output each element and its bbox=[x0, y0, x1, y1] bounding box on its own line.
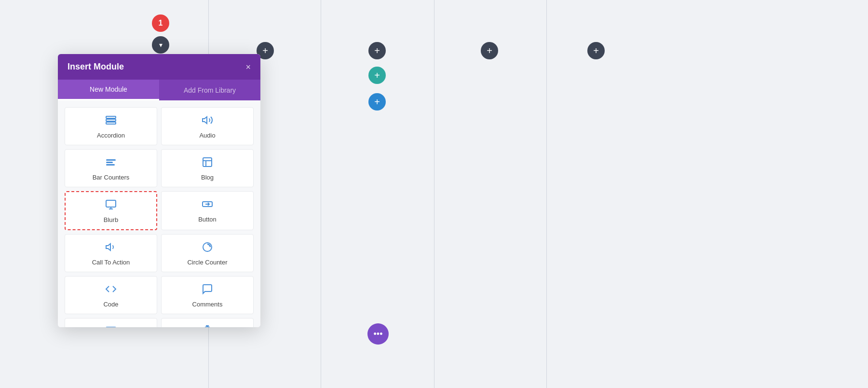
accordion-label: Accordion bbox=[97, 132, 125, 139]
svg-marker-15 bbox=[106, 244, 110, 250]
modal-header: Insert Module × bbox=[58, 54, 260, 80]
module-item-blurb[interactable]: Blurb bbox=[65, 191, 157, 230]
add-section-button-blue[interactable]: + bbox=[368, 93, 386, 111]
modal-title: Insert Module bbox=[68, 62, 124, 72]
module-item-button[interactable]: Button bbox=[161, 191, 254, 230]
module-list-container: Accordion Audio bbox=[58, 100, 260, 327]
bar-counters-icon bbox=[105, 156, 117, 170]
more-options-button[interactable]: ••• bbox=[367, 323, 389, 345]
blurb-icon bbox=[105, 199, 117, 212]
module-item-accordion[interactable]: Accordion bbox=[65, 107, 157, 145]
tab-new-module[interactable]: New Module bbox=[58, 80, 159, 100]
call-to-action-label: Call To Action bbox=[92, 259, 130, 266]
add-section-button-teal[interactable]: + bbox=[368, 67, 386, 84]
modal-tabs: New Module Add From Library bbox=[58, 80, 260, 100]
accordion-icon bbox=[105, 114, 117, 128]
button-label: Button bbox=[198, 216, 217, 223]
svg-marker-3 bbox=[203, 117, 207, 124]
contact-form-icon bbox=[105, 325, 117, 327]
grid-line-2 bbox=[321, 0, 321, 388]
module-item-contact-form[interactable]: Contact Form bbox=[65, 318, 157, 327]
module-item-call-to-action[interactable]: Call To Action bbox=[65, 234, 157, 272]
svg-point-18 bbox=[203, 327, 212, 327]
module-item-comments[interactable]: Comments bbox=[161, 276, 254, 314]
bar-counters-label: Bar Counters bbox=[93, 174, 130, 181]
svg-rect-2 bbox=[106, 122, 116, 124]
grid-line-4 bbox=[546, 0, 547, 388]
button-icon bbox=[202, 198, 213, 212]
blurb-label: Blurb bbox=[104, 216, 118, 223]
module-item-circle-counter[interactable]: Circle Counter bbox=[161, 234, 254, 272]
code-label: Code bbox=[103, 301, 118, 308]
module-grid: Accordion Audio bbox=[65, 107, 254, 327]
arrow-down-button[interactable]: ▾ bbox=[152, 36, 169, 54]
step-badge: 1 bbox=[152, 14, 169, 32]
svg-rect-5 bbox=[106, 162, 113, 163]
grid-line-3 bbox=[434, 0, 434, 388]
svg-rect-6 bbox=[106, 164, 115, 166]
svg-rect-1 bbox=[106, 119, 116, 121]
add-module-button-4[interactable]: + bbox=[587, 42, 605, 59]
svg-rect-0 bbox=[106, 116, 116, 118]
tab-add-from-library[interactable]: Add From Library bbox=[159, 80, 260, 100]
module-item-code[interactable]: Code bbox=[65, 276, 157, 314]
audio-icon bbox=[202, 114, 213, 128]
insert-module-modal: Insert Module × New Module Add From Libr… bbox=[58, 54, 260, 327]
audio-label: Audio bbox=[199, 132, 215, 139]
circle-counter-label: Circle Counter bbox=[187, 259, 227, 266]
countdown-icon bbox=[202, 325, 213, 327]
comments-label: Comments bbox=[192, 301, 223, 308]
comments-icon bbox=[202, 283, 213, 297]
svg-rect-7 bbox=[203, 158, 212, 166]
module-item-countdown[interactable]: Countdown Timer bbox=[161, 318, 254, 327]
blog-label: Blog bbox=[201, 174, 214, 181]
circle-counter-icon bbox=[202, 241, 213, 255]
modal-close-button[interactable]: × bbox=[245, 63, 251, 71]
svg-rect-10 bbox=[106, 200, 116, 207]
module-item-bar-counters[interactable]: Bar Counters bbox=[65, 149, 157, 187]
add-module-button-2[interactable]: + bbox=[368, 42, 386, 59]
add-module-button-3[interactable]: + bbox=[481, 42, 498, 59]
module-item-audio[interactable]: Audio bbox=[161, 107, 254, 145]
call-to-action-icon bbox=[105, 241, 117, 255]
svg-rect-4 bbox=[106, 159, 116, 161]
module-item-blog[interactable]: Blog bbox=[161, 149, 254, 187]
blog-icon bbox=[202, 156, 213, 170]
code-icon bbox=[105, 283, 117, 297]
